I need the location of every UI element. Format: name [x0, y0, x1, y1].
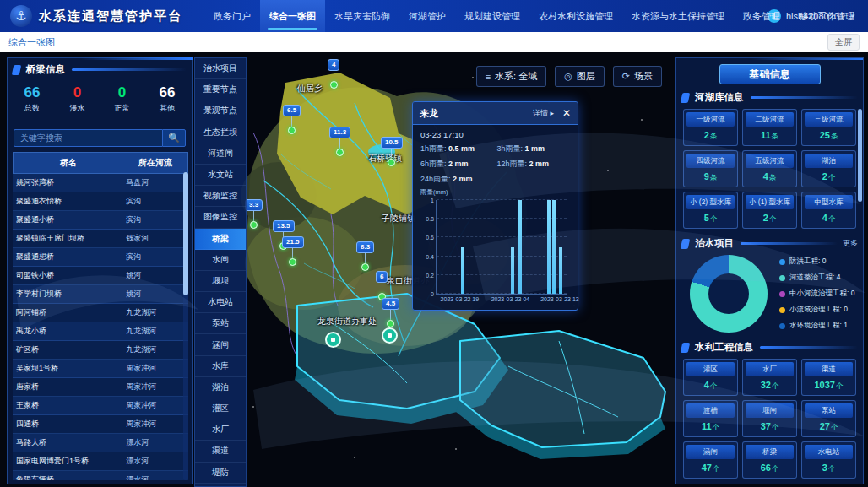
stat-value: 66 [160, 85, 176, 100]
layer-item-图像监控[interactable]: 图像监控 [195, 207, 246, 228]
table-row[interactable]: 聚盛通想桥滨沟 [13, 248, 188, 267]
more-link[interactable]: 更多 [843, 238, 858, 249]
search-input[interactable] [14, 129, 162, 147]
layer-item-堤防[interactable]: 堤防 [195, 463, 246, 484]
layers-icon: ◎ [564, 71, 572, 82]
river-name: 九龙湖河 [122, 344, 188, 355]
table-row[interactable]: 四通桥周家冲河 [13, 415, 188, 434]
map-control-图层[interactable]: ◎图层 [555, 66, 605, 87]
info-card-灌区[interactable]: 灌区4个 [683, 359, 738, 396]
panel-scrollbar[interactable] [858, 109, 862, 202]
info-card-渠道[interactable]: 渠道1037个 [801, 359, 856, 396]
layer-item-灌区[interactable]: 灌区 [195, 398, 246, 419]
rain-metric: 1h雨量: 0.5 mm [420, 143, 494, 154]
nav-item-规划建设管理[interactable]: 规划建设管理 [455, 0, 529, 32]
info-card-湖泊[interactable]: 湖泊2个 [801, 150, 856, 187]
table-row[interactable]: 司盟铁小桥姚河 [13, 267, 188, 285]
layer-item-桥梁[interactable]: 桥梁 [195, 229, 246, 250]
y-tick-label: 0.8 [426, 216, 434, 222]
info-card-涵闸[interactable]: 涵闸47个 [683, 441, 738, 479]
table-row[interactable]: 国家电网博爱门1号桥漂水河 [13, 452, 188, 471]
layer-item-视频监控[interactable]: 视频监控 [195, 186, 246, 207]
close-icon[interactable]: ✕ [562, 108, 571, 118]
station-icon[interactable] [382, 327, 398, 344]
info-card-水电站[interactable]: 水电站3个 [801, 441, 856, 479]
layer-item-涵闸[interactable]: 涵闸 [195, 334, 246, 355]
map-marker[interactable]: 4.5 [382, 298, 399, 327]
map-marker[interactable]: 10.5 [381, 137, 403, 166]
table-row[interactable]: 姚河张湾桥马盘河 [13, 174, 188, 192]
map-control-场景[interactable]: ⟳场景 [613, 66, 662, 87]
info-card-渡槽[interactable]: 渡槽11个 [683, 400, 738, 437]
popup-details-link[interactable]: 详情 ▸ [533, 108, 554, 119]
y-tick-label: 0.2 [426, 272, 434, 278]
map-marker[interactable]: 4 [328, 59, 339, 89]
layer-item-景观节点[interactable]: 景观节点 [195, 100, 246, 122]
layer-item-堰坝[interactable]: 堰坝 [195, 271, 246, 292]
nav-item-政务门户[interactable]: 政务门户 [204, 0, 260, 32]
table-scrollbar[interactable] [183, 172, 188, 480]
table-row[interactable]: 聚盛通小桥滨沟 [13, 211, 188, 230]
info-card-水厂[interactable]: 水厂32个 [742, 359, 797, 396]
layer-item-生态拦坝[interactable]: 生态拦坝 [195, 122, 246, 143]
table-row[interactable]: 李学村门坝桥姚河 [13, 285, 188, 304]
layer-item-水电站[interactable]: 水电站 [195, 292, 246, 313]
layer-item-湖泊[interactable]: 湖泊 [195, 377, 246, 398]
layer-item-水文站[interactable]: 水文站 [195, 165, 246, 186]
nav-item-系统管理[interactable]: 系统管理 [864, 0, 868, 32]
marker-stem [390, 310, 391, 320]
info-card-四级河流[interactable]: 四级河流9条 [683, 150, 738, 187]
table-row[interactable]: 聚盛镇临王席门坝桥钱家河 [13, 230, 188, 248]
map-marker[interactable]: 21.5 [282, 236, 304, 266]
table-row[interactable]: 王家桥周家冲河 [13, 397, 188, 415]
layer-item-驿站[interactable]: 驿站 [195, 484, 246, 487]
layer-item-泵站[interactable]: 泵站 [195, 313, 246, 334]
table-row[interactable]: 象限车辆桥漂水河 [13, 471, 188, 480]
nav-item-政务管理[interactable]: 政务管理 [734, 0, 789, 32]
table-row[interactable]: 禹龙小桥九龙湖河 [13, 322, 188, 341]
nav-item-水旱灾害防御[interactable]: 水旱灾害防御 [325, 0, 399, 32]
map-marker[interactable]: 6 [376, 271, 388, 300]
info-card-小 (1) 型水库[interactable]: 小 (1) 型水库2个 [742, 192, 797, 229]
tab-basic-info[interactable]: 基础信息 [719, 64, 821, 84]
layer-item-治水项目[interactable]: 治水项目 [195, 58, 246, 79]
table-row[interactable]: 吴家坝1号桥周家冲河 [13, 360, 188, 378]
nav-item-河湖管护[interactable]: 河湖管护 [399, 0, 455, 32]
table-row[interactable]: 矿区桥九龙湖河 [13, 341, 188, 360]
info-card-小 (2) 型水库[interactable]: 小 (2) 型水库5个 [683, 192, 738, 229]
info-card-二级河流[interactable]: 二级河流11条 [742, 109, 797, 146]
marker-pin-icon [330, 81, 338, 89]
search-icon[interactable]: 🔍 [162, 129, 186, 147]
map-control-水系: 全域[interactable]: ≡水系: 全域 [476, 66, 547, 87]
map-marker[interactable]: 11.3 [329, 127, 350, 156]
nav-item-水资源与水土保持管理[interactable]: 水资源与水土保持管理 [622, 0, 734, 32]
breadcrumb[interactable]: 综合一张图 [8, 36, 55, 49]
info-card-中型水库[interactable]: 中型水库4个 [801, 192, 856, 229]
map-marker[interactable]: 6.3 [356, 241, 374, 271]
card-value: 2个 [805, 168, 853, 184]
info-card-桥梁[interactable]: 桥梁66个 [742, 441, 797, 479]
nav-item-综合一张图[interactable]: 综合一张图 [260, 0, 325, 32]
layer-item-水闸[interactable]: 水闸 [195, 250, 246, 271]
layer-item-渠道[interactable]: 渠道 [195, 441, 246, 462]
nav-item-农村水利设施管理[interactable]: 农村水利设施管理 [529, 0, 622, 32]
info-card-堰闸[interactable]: 堰闸37个 [742, 400, 797, 437]
layer-item-水库[interactable]: 水库 [195, 356, 246, 377]
info-card-泵站[interactable]: 泵站27个 [801, 400, 856, 437]
map-marker[interactable]: 3.3 [245, 199, 263, 229]
layer-item-河道闸[interactable]: 河道闸 [195, 143, 246, 165]
layer-item-水厂[interactable]: 水厂 [195, 419, 246, 441]
info-card-五级河流[interactable]: 五级河流4条 [742, 150, 797, 187]
info-card-一级河流[interactable]: 一级河流2条 [683, 109, 738, 146]
info-card-三级河流[interactable]: 三级河流25条 [801, 109, 856, 146]
table-row[interactable]: 唐家桥周家冲河 [13, 378, 188, 397]
nav-item-移动工作管理[interactable]: 移动工作管理 [789, 0, 864, 32]
layer-item-重要节点[interactable]: 重要节点 [195, 79, 246, 100]
section-title-projects: 治水项目 [695, 237, 734, 250]
table-row[interactable]: 聚盛通衣怡桥滨沟 [13, 192, 188, 211]
fullscreen-button[interactable]: 全屏 [827, 34, 860, 51]
table-row[interactable]: 马路大桥漂水河 [13, 434, 188, 452]
map-marker[interactable]: 6.5 [283, 105, 301, 134]
table-row[interactable]: 阿河铺桥九龙湖河 [13, 304, 188, 322]
station-icon[interactable] [325, 332, 341, 348]
